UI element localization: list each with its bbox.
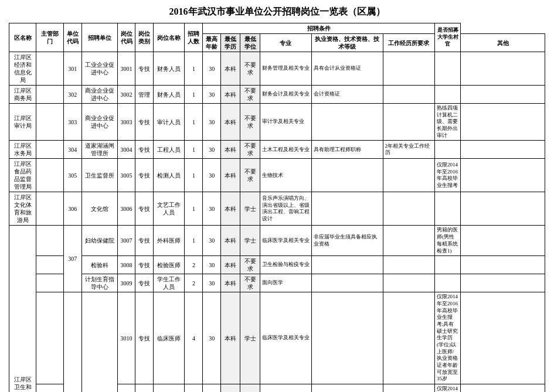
cell-max-age: 30 (203, 274, 221, 292)
cell-position-code: 3001 (117, 52, 135, 86)
cell-recruit-unit: 道家湖涵闸管理所 (81, 141, 117, 159)
cell-major: 临床医学及相关专业 (260, 226, 311, 256)
cell-qualification: 具有会计从业资格证 (312, 52, 383, 86)
cell-district: 江岸区经济和信息化局 (9, 52, 36, 86)
cell-unit-code: 306 (63, 192, 81, 226)
cell-unit-code: 307 (63, 226, 81, 292)
cell-district: 江岸区水务局 (9, 141, 36, 159)
cell-recruit-unit: 商业企业促进中心 (81, 104, 117, 141)
cell-other (434, 86, 460, 104)
cell-other: 仅限2014年至2016年高校毕业生报考 (434, 159, 460, 192)
header-position-code: 岗位代码 (117, 23, 135, 52)
cell-dept (36, 226, 63, 256)
header-recruit-unit: 招聘单位 (81, 23, 117, 52)
cell-position-name: 检验医师 (154, 256, 185, 274)
cell-min-edu: 本科 (221, 226, 240, 256)
cell-recruit-count: 2 (185, 256, 203, 274)
header-work-exp: 工作经历所要求 (383, 34, 434, 52)
cell-position-code: 3006 (117, 192, 135, 226)
cell-recruit-count: 1 (185, 86, 203, 104)
cell-recruit-unit: 妇幼保健院 (81, 226, 117, 256)
cell-min-degree: 学士 (240, 226, 260, 256)
cell-position-name: 学生工作人员 (154, 274, 185, 292)
cell-district: 江岸区商务局 (9, 86, 36, 104)
header-min-edu: 最低学历 (221, 34, 240, 52)
cell-max-age: 30 (203, 292, 221, 384)
header-other: 其他 (461, 34, 545, 52)
cell-dept (36, 159, 63, 192)
cell-district: 江岸区卫生和计划生育委员会 (9, 226, 36, 392)
header-district: 区名称 (9, 23, 36, 52)
cell-work-exp (383, 384, 434, 392)
cell-position-code: 3010 (117, 292, 135, 384)
cell-position-name: 检测人员 (154, 159, 185, 192)
cell-position-type: 专技 (135, 292, 154, 384)
cell-max-age: 30 (203, 86, 221, 104)
header-max-age: 最高年龄 (203, 34, 221, 52)
cell-major: 财务会计及相关专业 (260, 86, 311, 104)
cell-last (461, 141, 545, 159)
cell-min-degree: 不要求 (240, 159, 260, 192)
cell-qualification (312, 292, 383, 384)
cell-max-age: 30 (203, 384, 221, 392)
cell-position-name: 财务人员 (154, 86, 185, 104)
cell-district: 江岸区文化体育和旅游局 (9, 192, 36, 226)
cell-dept (36, 292, 63, 384)
cell-position-type: 专技 (135, 104, 154, 141)
cell-position-type: 专技 (135, 159, 154, 192)
cell-min-edu: 本科 (221, 86, 240, 104)
cell-min-edu: 本科 (221, 256, 240, 274)
page-title: 2016年武汉市事业单位公开招聘岗位一览表（区属） (9, 6, 545, 18)
cell-recruit-unit: 商业企业促进中心 (81, 86, 117, 104)
cell-dept (36, 141, 63, 159)
cell-position-code: 3008 (117, 256, 135, 274)
main-table: 区名称 主管部门 单位代码 招聘单位 岗位代码 岗位类别 岗位名称 招聘人数 招… (9, 23, 545, 392)
cell-unit-code: 304 (63, 141, 81, 159)
cell-position-type: 管理 (135, 86, 154, 104)
cell-work-exp (383, 226, 434, 256)
cell-last (461, 192, 545, 226)
cell-dept (36, 384, 63, 392)
cell-work-exp: 2年相关专业工作经历 (383, 141, 434, 159)
cell-major: 面向医学 (260, 274, 311, 292)
cell-position-name: 审计人员 (154, 104, 185, 141)
cell-recruit-count: 1 (185, 192, 203, 226)
cell-min-edu: 本科 (221, 52, 240, 86)
cell-recruit-count: 1 (185, 104, 203, 141)
cell-work-exp (383, 274, 434, 292)
cell-district: 江岸区审计局 (9, 104, 36, 141)
cell-qualification (312, 159, 383, 192)
cell-recruit-count: 1 (185, 141, 203, 159)
cell-recruit-unit: 文化馆 (81, 192, 117, 226)
cell-position-code: 3011 (117, 384, 135, 392)
cell-position-type: 专技 (135, 226, 154, 256)
cell-max-age: 30 (203, 256, 221, 274)
cell-min-edu: 本科 (221, 292, 240, 384)
cell-position-code: 3002 (117, 86, 135, 104)
cell-max-age: 30 (203, 226, 221, 256)
cell-major: 生物技术 (260, 159, 311, 192)
cell-other (434, 141, 460, 159)
cell-unit-code: 301 (63, 52, 81, 86)
cell-recruit-count: 4 (185, 292, 203, 384)
cell-recruit-unit: 工业企业促进中心 (81, 52, 117, 86)
cell-recruit-count: 2 (185, 274, 203, 292)
header-recruit-count: 招聘人数 (185, 23, 203, 52)
cell-min-edu: 本科 (221, 274, 240, 292)
cell-dept (36, 256, 63, 274)
cell-position-type: 专技 (135, 141, 154, 159)
cell-position-name: 临床医师 (154, 292, 185, 384)
cell-unit-code: 303 (63, 104, 81, 141)
cell-unit-code: 309 (63, 292, 81, 392)
cell-recruit-unit: 卫生监督所 (81, 159, 117, 192)
cell-recruit-count: 1 (185, 384, 203, 392)
cell-position-name: 工程人员 (154, 141, 185, 159)
cell-min-degree: 不要求 (240, 52, 260, 86)
cell-recruit-unit: 计划生育指导中心 (81, 274, 117, 292)
cell-recruit-count: 1 (185, 159, 203, 192)
cell-min-degree: 不要求 (240, 141, 260, 159)
cell-work-exp (383, 52, 434, 86)
cell-min-edu: 本科 (221, 104, 240, 141)
cell-last (461, 159, 545, 192)
cell-other: 男籍的医师(男性每精系统检查1) (434, 226, 460, 256)
